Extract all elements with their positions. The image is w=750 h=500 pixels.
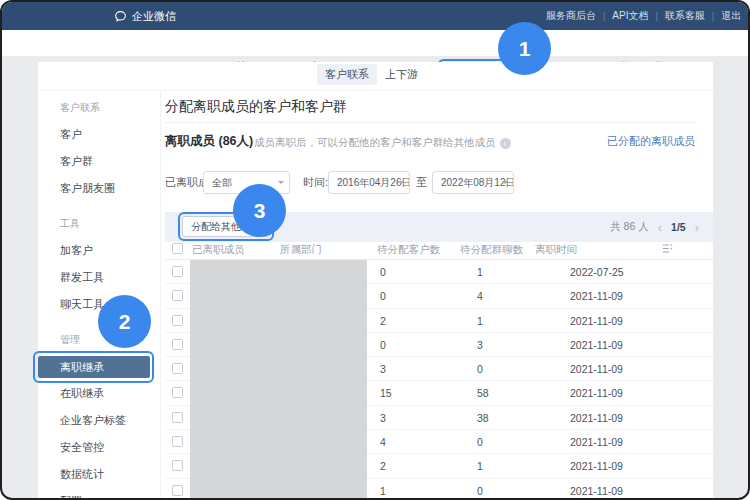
assigned-members-link[interactable]: 已分配的离职成员 <box>607 134 695 149</box>
sidebar-item-customer-groups[interactable]: 客户群 <box>38 148 158 175</box>
main-nav: 首页 通讯录 协作 应用管理 客户与上下游 管理工具 我的企业 <box>2 30 750 57</box>
info-icon[interactable]: i <box>500 138 511 149</box>
divider <box>38 90 713 91</box>
cell-pending-customers: 3 <box>380 406 386 430</box>
redacted-area <box>190 260 367 500</box>
cell-pending-groups: 0 <box>477 479 483 500</box>
app-logo[interactable]: 企业微信 <box>114 2 176 30</box>
col-header-department: 所属部门 <box>280 243 322 257</box>
sidebar: 客户联系 客户 客户群 客户朋友圈 工具 加客户 群发工具 聊天工具 管理 离职… <box>38 94 158 500</box>
row-checkbox[interactable] <box>172 485 183 496</box>
sidebar-item-active-inheritance[interactable]: 在职继承 <box>38 380 158 407</box>
link-contact-support[interactable]: 联系客服 <box>665 9 705 23</box>
cell-pending-customers: 0 <box>380 260 386 284</box>
filter-to-label: 至 <box>416 171 427 194</box>
cell-pending-customers: 0 <box>380 284 386 308</box>
cell-pending-customers: 0 <box>380 333 386 357</box>
select-all-checkbox[interactable] <box>172 243 183 254</box>
section-title: 离职成员 (86人) <box>165 133 253 150</box>
sidebar-item-add-customer[interactable]: 加客户 <box>38 237 158 264</box>
row-checkbox[interactable] <box>172 363 183 374</box>
column-settings-icon[interactable] <box>662 243 673 256</box>
divider <box>160 90 161 500</box>
row-checkbox[interactable] <box>172 315 183 326</box>
row-checkbox[interactable] <box>172 266 183 277</box>
cell-pending-groups: 3 <box>477 333 483 357</box>
cell-pending-customers: 3 <box>380 357 386 381</box>
cell-leave-date: 2021-11-09 <box>570 284 623 308</box>
cell-pending-groups: 4 <box>477 284 483 308</box>
prev-page-icon[interactable]: ‹ <box>658 221 662 234</box>
filter-time-label: 时间: <box>303 171 328 194</box>
col-header-departed-member: 已离职成员 <box>192 243 245 257</box>
cell-leave-date: 2021-11-09 <box>570 357 623 381</box>
sidebar-item-departed-inheritance[interactable]: 离职继承 <box>38 356 150 378</box>
cell-pending-customers: 1 <box>380 479 386 500</box>
pagination-page: 1/5 <box>671 221 686 233</box>
cell-leave-date: 2021-11-09 <box>570 479 623 500</box>
top-bar: 企业微信 服务商后台 | API文档 | 联系客服 | 退出 <box>2 2 750 30</box>
section-description: 成员离职后，可以分配他的客户和客户群给其他成员 i <box>254 136 511 150</box>
top-links: 服务商后台 | API文档 | 联系客服 | 退出 <box>546 2 741 30</box>
table-header: 已离职成员 所属部门 待分配客户数 待分配群聊数 离职时间 <box>165 241 713 260</box>
cell-pending-groups: 0 <box>477 357 483 381</box>
sidebar-header-tools: 工具 <box>38 210 158 237</box>
tab-customer-contact[interactable]: 客户联系 <box>317 64 377 85</box>
date-from-select[interactable]: 2016年04月26日 <box>328 171 410 194</box>
sidebar-item-statistics[interactable]: 数据统计 <box>38 461 158 488</box>
section-description-text: 成员离职后，可以分配他的客户和客户群给其他成员 <box>254 136 496 150</box>
cell-pending-customers: 2 <box>380 454 386 478</box>
divider: | <box>655 11 657 21</box>
row-checkbox[interactable] <box>172 387 183 398</box>
row-checkbox[interactable] <box>172 412 183 423</box>
cell-pending-customers: 4 <box>380 430 386 454</box>
divider <box>165 122 697 123</box>
link-api-docs[interactable]: API文档 <box>612 9 648 23</box>
link-provider-console[interactable]: 服务商后台 <box>546 9 596 23</box>
next-page-icon[interactable]: › <box>695 221 699 234</box>
cell-pending-groups: 58 <box>477 381 489 405</box>
caret-down-icon <box>502 181 508 187</box>
member-select-value: 全部 <box>212 177 232 188</box>
cell-leave-date: 2021-11-09 <box>570 430 623 454</box>
cell-pending-customers: 2 <box>380 309 386 333</box>
wechat-work-bubble-icon <box>114 10 127 23</box>
tab-upstream-downstream[interactable]: 上下游 <box>385 64 418 85</box>
date-to-select[interactable]: 2022年08月12日 <box>432 171 514 194</box>
cell-leave-date: 2022-07-25 <box>570 260 624 284</box>
col-header-pending-customers: 待分配客户数 <box>377 243 440 257</box>
sidebar-item-security-control[interactable]: 安全管控 <box>38 434 158 461</box>
cell-pending-groups: 1 <box>477 454 483 478</box>
row-checkbox[interactable] <box>172 290 183 301</box>
cell-leave-date: 2021-11-09 <box>570 333 623 357</box>
cell-pending-groups: 1 <box>477 309 483 333</box>
col-header-pending-groups: 待分配群聊数 <box>460 243 523 257</box>
cell-pending-customers: 15 <box>380 381 392 405</box>
screenshot-frame: 企业微信 服务商后台 | API文档 | 联系客服 | 退出 首页 通讯录 协作… <box>0 0 750 500</box>
step-badge-1: 1 <box>498 22 551 75</box>
cell-leave-date: 2021-11-09 <box>570 406 623 430</box>
logo-text: 企业微信 <box>132 9 176 24</box>
cell-leave-date: 2021-11-09 <box>570 454 623 478</box>
link-logout[interactable]: 退出 <box>721 9 741 23</box>
cell-leave-date: 2021-11-09 <box>570 381 623 405</box>
sidebar-item-customer-moments[interactable]: 客户朋友圈 <box>38 175 158 202</box>
pagination-total: 共 86 人 <box>610 220 649 234</box>
col-header-leave-date: 离职时间 <box>535 243 577 257</box>
step-badge-2: 2 <box>98 295 151 348</box>
row-checkbox[interactable] <box>172 436 183 447</box>
caret-down-icon <box>278 181 284 187</box>
sidebar-item-config[interactable]: 配置 <box>38 488 158 500</box>
row-checkbox[interactable] <box>172 339 183 350</box>
cell-leave-date: 2021-11-09 <box>570 309 623 333</box>
cell-pending-groups: 0 <box>477 430 483 454</box>
sidebar-header-customer-contact: 客户联系 <box>38 94 158 121</box>
step-badge-3: 3 <box>233 184 286 237</box>
caret-down-icon <box>398 181 404 187</box>
page-title: 分配离职成员的客户和客户群 <box>165 98 347 116</box>
sidebar-item-customer-tags[interactable]: 企业客户标签 <box>38 407 158 434</box>
sidebar-item-customers[interactable]: 客户 <box>38 121 158 148</box>
cell-pending-groups: 1 <box>477 260 483 284</box>
sidebar-item-broadcast-tool[interactable]: 群发工具 <box>38 264 158 291</box>
row-checkbox[interactable] <box>172 460 183 471</box>
